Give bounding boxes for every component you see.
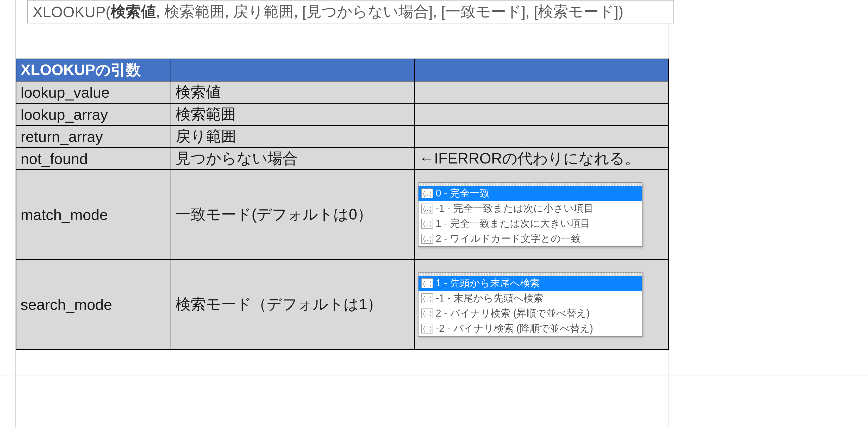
- option-text: 1 - 完全一致または次に大きい項目: [436, 219, 590, 229]
- header-cell[interactable]: [414, 59, 669, 81]
- gridline: [0, 58, 868, 58]
- constant-icon: (…): [421, 204, 433, 213]
- cell[interactable]: ←IFERRORの代わりになれる。: [414, 147, 669, 170]
- constant-icon: (…): [421, 278, 433, 288]
- formula-syntax-tooltip: XLOOKUP( 検索値 , 検索範囲, 戻り範囲, [見つからない場合], […: [27, 0, 674, 24]
- cell-text: 見つからない場合: [176, 150, 298, 167]
- header-cell[interactable]: [171, 59, 414, 81]
- cell-text: 一致モード(デフォルトは0）: [176, 206, 372, 223]
- constant-icon: (…): [421, 324, 433, 333]
- table-row: not_found 見つからない場合 ←IFERRORの代わりになれる。: [16, 147, 669, 170]
- cell[interactable]: [414, 126, 669, 147]
- cell-text: not_found: [21, 150, 88, 167]
- match-mode-dropdown: (…) 0 - 完全一致 (…) -1 - 完全一致または次に小さい項目 (…)…: [418, 182, 643, 247]
- option-text: 0 - 完全一致: [436, 188, 490, 199]
- table-row: search_mode 検索モード（デフォルトは1） (…) 1 - 先頭から末…: [16, 260, 669, 350]
- cell[interactable]: search_mode: [16, 260, 171, 350]
- dropdown-option[interactable]: (…) 1 - 先頭から末尾へ検索: [418, 276, 642, 291]
- option-text: -2 - バイナリ検索 (降順で並べ替え): [436, 323, 593, 334]
- constant-icon: (…): [421, 308, 433, 319]
- table-header-row: XLOOKUPの引数: [16, 59, 669, 81]
- option-text: 2 - バイナリ検索 (昇順で並べ替え): [436, 308, 590, 319]
- syntax-current-arg: 検索値: [111, 2, 156, 22]
- cell[interactable]: not_found: [16, 147, 171, 170]
- syntax-rest: , 検索範囲, 戻り範囲, [見つからない場合], [一致モード], [検索モー…: [156, 2, 623, 22]
- cell[interactable]: lookup_array: [16, 103, 171, 126]
- dropdown-option[interactable]: (…) 1 - 完全一致または次に大きい項目: [418, 216, 642, 231]
- cell[interactable]: return_array: [16, 126, 171, 147]
- cell[interactable]: [414, 103, 669, 126]
- cell-text: 検索範囲: [176, 105, 236, 122]
- constant-icon: (…): [421, 293, 433, 303]
- cell[interactable]: (…) 0 - 完全一致 (…) -1 - 完全一致または次に小さい項目 (…)…: [414, 170, 669, 260]
- cell[interactable]: 検索範囲: [171, 103, 414, 126]
- constant-icon: (…): [421, 189, 433, 198]
- cell[interactable]: [414, 81, 669, 103]
- syntax-func: XLOOKUP(: [33, 3, 111, 21]
- table-row: lookup_value 検索値: [16, 81, 669, 103]
- gridline: [0, 375, 868, 375]
- dropdown-scroll-hint: [418, 183, 642, 187]
- header-cell[interactable]: XLOOKUPの引数: [16, 59, 171, 81]
- table-row: lookup_array 検索範囲: [16, 103, 669, 126]
- cell-text: return_array: [21, 128, 103, 145]
- option-text: -1 - 完全一致または次に小さい項目: [436, 203, 593, 214]
- dropdown-option[interactable]: (…) 0 - 完全一致: [418, 186, 642, 201]
- dropdown-scroll-hint: [418, 272, 642, 276]
- xlookup-args-table: XLOOKUPの引数 lookup_value 検索値 lookup_array…: [16, 59, 669, 350]
- dropdown-option[interactable]: (…) -1 - 完全一致または次に小さい項目: [418, 201, 642, 216]
- dropdown-option[interactable]: (…) -1 - 末尾から先頭へ検索: [418, 291, 642, 306]
- cell-text: ←IFERRORの代わりになれる。: [419, 150, 640, 167]
- cell[interactable]: match_mode: [16, 170, 171, 260]
- cell-text: match_mode: [21, 206, 108, 223]
- cell[interactable]: 一致モード(デフォルトは0）: [171, 170, 414, 260]
- cell-text: search_mode: [21, 296, 112, 313]
- cell-text: 検索モード（デフォルトは1）: [176, 295, 382, 312]
- dropdown-option[interactable]: (…) -2 - バイナリ検索 (降順で並べ替え): [418, 321, 642, 336]
- cell-text: 検索値: [176, 83, 221, 100]
- cell-text: 戻り範囲: [176, 128, 236, 144]
- cell[interactable]: 検索値: [171, 81, 414, 103]
- constant-icon: (…): [421, 234, 433, 244]
- option-text: 1 - 先頭から末尾へ検索: [436, 278, 540, 289]
- cell[interactable]: (…) 1 - 先頭から末尾へ検索 (…) -1 - 末尾から先頭へ検索 (…)…: [414, 260, 669, 350]
- cell-text: lookup_array: [21, 106, 108, 123]
- dropdown-option[interactable]: (…) 2 - バイナリ検索 (昇順で並べ替え): [418, 306, 642, 321]
- table-row: return_array 戻り範囲: [16, 126, 669, 147]
- cell[interactable]: 検索モード（デフォルトは1）: [171, 260, 414, 350]
- search-mode-dropdown: (…) 1 - 先頭から末尾へ検索 (…) -1 - 末尾から先頭へ検索 (…)…: [418, 272, 643, 337]
- dropdown-option[interactable]: (…) 2 - ワイルドカード文字との一致: [418, 231, 642, 246]
- constant-icon: (…): [421, 219, 433, 229]
- cell[interactable]: lookup_value: [16, 81, 171, 103]
- header-text: XLOOKUPの引数: [21, 61, 141, 78]
- cell[interactable]: 見つからない場合: [171, 147, 414, 170]
- cell-text: lookup_value: [21, 84, 110, 101]
- table-row: match_mode 一致モード(デフォルトは0） (…) 0 - 完全一致 (…: [16, 170, 669, 260]
- spreadsheet-sheet: XLOOKUP( 検索値 , 検索範囲, 戻り範囲, [見つからない場合], […: [0, 0, 868, 428]
- cell[interactable]: 戻り範囲: [171, 126, 414, 147]
- option-text: -1 - 末尾から先頭へ検索: [436, 293, 543, 303]
- option-text: 2 - ワイルドカード文字との一致: [436, 233, 581, 244]
